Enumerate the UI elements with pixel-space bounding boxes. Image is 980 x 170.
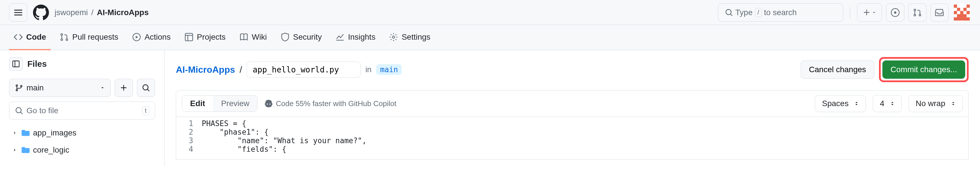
sidebar-title: Files: [27, 59, 47, 69]
line-content: "name": "What is your name?",: [202, 136, 366, 145]
path-separator: /: [240, 64, 242, 75]
search-icon: [142, 84, 150, 92]
line-number: 3: [176, 136, 202, 145]
nav-wiki[interactable]: Wiki: [235, 25, 272, 50]
branch-icon: [15, 84, 23, 92]
copilot-icon: [264, 99, 273, 108]
sort-icon: [854, 101, 859, 106]
top-actions: [857, 3, 971, 22]
search-files-button[interactable]: [137, 79, 155, 97]
tree-item-folder[interactable]: app_images: [9, 125, 155, 140]
file-tree: app_images core_logic: [9, 125, 155, 157]
breadcrumb: jswopemi / AI-MicroApps: [55, 8, 148, 17]
copilot-promo[interactable]: Code 55% faster with GitHub Copilot: [264, 99, 396, 108]
create-new-button[interactable]: [857, 3, 882, 22]
svg-rect-2: [954, 5, 957, 8]
svg-rect-8: [967, 11, 970, 14]
code-line: 4 "fields": {: [176, 145, 968, 154]
plus-icon: [863, 8, 871, 16]
file-filter-input[interactable]: Go to file t: [9, 101, 155, 120]
nav-settings[interactable]: Settings: [385, 25, 435, 50]
hamburger-menu-button[interactable]: [9, 3, 27, 22]
svg-rect-14: [13, 61, 19, 67]
path-repo-link[interactable]: AI-MicroApps: [176, 64, 235, 75]
play-icon: [132, 32, 141, 42]
user-avatar[interactable]: [953, 3, 971, 22]
repo-nav: Code Pull requests Actions Projects Wiki…: [0, 25, 980, 50]
inbox-icon: [935, 8, 944, 17]
wrap-select[interactable]: No wrap: [908, 95, 963, 112]
nav-label: Settings: [401, 32, 430, 42]
svg-point-0: [894, 11, 896, 14]
breadcrumb-separator: /: [91, 8, 94, 17]
pull-request-icon: [913, 8, 922, 17]
commit-highlight: Commit changes...: [879, 57, 969, 82]
cancel-changes-button[interactable]: Cancel changes: [801, 61, 875, 79]
indent-size-select[interactable]: 4: [873, 95, 902, 112]
triangle-down-icon: [872, 10, 877, 15]
search-kbd: /: [755, 8, 762, 17]
chevron-right-icon: [11, 130, 18, 136]
filename-input[interactable]: [247, 62, 361, 78]
branch-select[interactable]: main: [9, 79, 111, 97]
nav-security[interactable]: Security: [276, 25, 326, 50]
code-editor[interactable]: 1 PHASES = { 2 "phase1": { 3 "name": "Wh…: [176, 117, 969, 159]
nav-label: Projects: [197, 32, 226, 42]
project-icon: [185, 32, 194, 42]
code-line: 1 PHASES = {: [176, 119, 968, 128]
triangle-down-icon: [100, 85, 105, 90]
tree-item-name: core_logic: [33, 146, 70, 155]
issue-icon: [891, 8, 900, 17]
pull-request-icon: [60, 32, 69, 42]
nav-insights[interactable]: Insights: [331, 25, 380, 50]
svg-rect-10: [954, 17, 970, 20]
nav-pull-requests[interactable]: Pull requests: [55, 25, 123, 50]
svg-rect-12: [185, 34, 192, 41]
code-icon: [14, 32, 23, 42]
plus-icon: [120, 84, 128, 92]
svg-rect-3: [967, 5, 970, 8]
tab-preview[interactable]: Preview: [213, 96, 258, 112]
tree-item-folder[interactable]: core_logic: [9, 143, 155, 157]
nav-label: Security: [293, 32, 322, 42]
breadcrumb-repo[interactable]: AI-MicroApps: [97, 8, 148, 17]
line-number: 4: [176, 145, 202, 154]
sidebar-header: Files: [9, 57, 155, 71]
line-number: 2: [176, 128, 202, 136]
tab-edit[interactable]: Edit: [182, 96, 213, 112]
line-content: PHASES = {: [202, 119, 247, 128]
svg-rect-6: [954, 11, 957, 14]
svg-point-13: [392, 36, 395, 38]
nav-code[interactable]: Code: [9, 25, 51, 50]
svg-rect-5: [964, 8, 967, 11]
sidebar-toggle-button[interactable]: [9, 57, 23, 71]
nav-label: Actions: [145, 32, 171, 42]
avatar-icon: [954, 5, 970, 21]
indent-mode-select[interactable]: Spaces: [815, 95, 866, 112]
hamburger-icon: [14, 8, 23, 17]
tree-item-name: app_images: [33, 128, 76, 138]
breadcrumb-owner[interactable]: jswopemi: [55, 8, 88, 17]
nav-projects[interactable]: Projects: [180, 25, 230, 50]
add-file-button[interactable]: [115, 79, 133, 97]
folder-icon: [22, 129, 30, 137]
branch-badge[interactable]: main: [376, 64, 402, 75]
svg-rect-4: [957, 8, 960, 11]
nav-actions[interactable]: Actions: [127, 25, 175, 50]
search-input[interactable]: Type / to search: [718, 3, 843, 22]
wrap-value: No wrap: [916, 99, 945, 108]
search-icon: [725, 8, 733, 16]
notifications-button[interactable]: [931, 3, 949, 22]
github-icon: [33, 5, 49, 21]
search-placeholder-post: to search: [764, 8, 797, 17]
global-header: jswopemi / AI-MicroApps Type / to search: [0, 0, 980, 25]
sort-icon: [951, 101, 956, 106]
pull-requests-button[interactable]: [908, 3, 926, 22]
commit-changes-button[interactable]: Commit changes...: [882, 61, 965, 79]
filter-kbd: t: [142, 106, 149, 115]
editor-content: AI-MicroApps / in main Cancel changes Co…: [164, 50, 980, 166]
github-logo[interactable]: [32, 3, 50, 22]
nav-label: Code: [26, 32, 46, 42]
folder-icon: [22, 146, 30, 154]
issues-button[interactable]: [886, 3, 904, 22]
